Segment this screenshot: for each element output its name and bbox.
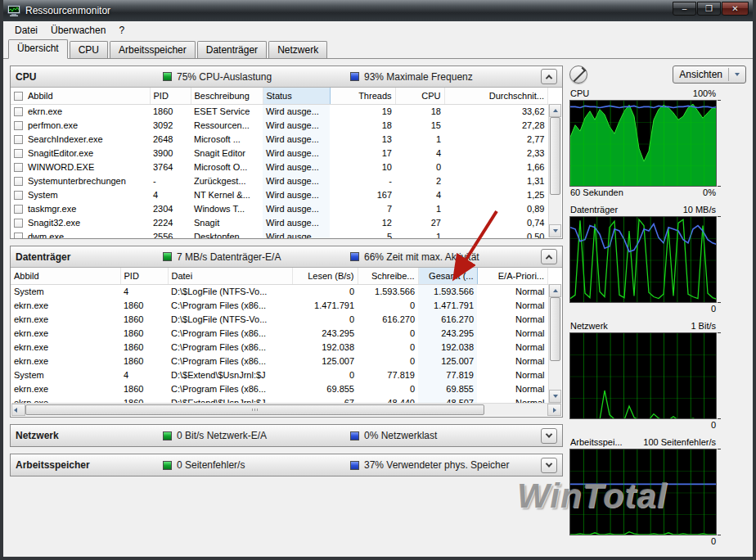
column-header-datei[interactable]: Datei bbox=[168, 268, 292, 284]
column-header-label: PID bbox=[124, 271, 139, 281]
scroll-down-button[interactable] bbox=[549, 224, 561, 237]
table-row[interactable]: perfmon.exe3092Ressourcen...Wird ausge..… bbox=[11, 118, 548, 132]
cell-text: Wird ausge... bbox=[266, 148, 319, 158]
table-row[interactable]: dwm.exe2556Desktopfen...Wird ausge...510… bbox=[11, 229, 548, 238]
tab-datentrager[interactable]: Datenträger bbox=[197, 41, 267, 58]
panel-title: Netzwerk bbox=[16, 430, 163, 441]
disk-table-horizontal-scrollbar[interactable] bbox=[11, 403, 561, 416]
minimize-button[interactable]: – bbox=[673, 2, 696, 16]
column-header-lesen-b-s[interactable]: Lesen (B/s) bbox=[292, 268, 358, 284]
process-checkbox[interactable] bbox=[14, 163, 23, 172]
table-row[interactable]: Systemunterbrechungen-Zurückgest...Wird … bbox=[11, 174, 548, 187]
column-header-abbild[interactable]: Abbild bbox=[11, 268, 120, 284]
table-row[interactable]: SearchIndexer.exe2648Microsoft ...Wird a… bbox=[11, 132, 548, 146]
column-header-schreibe[interactable]: Schreibe... bbox=[358, 268, 418, 284]
cpu-panel-header[interactable]: CPU 75% CPU-Auslastung 93% Maximale Freq… bbox=[11, 66, 562, 88]
tab-strip: ÜbersichtCPUArbeitsspeicherDatenträgerNe… bbox=[3, 39, 753, 59]
column-header-durchschnit[interactable]: Durchschnit... bbox=[444, 88, 548, 104]
process-checkbox[interactable] bbox=[14, 191, 23, 200]
menu-item-uberwachen[interactable]: Überwachen bbox=[44, 23, 112, 38]
tab-arbeitsspeicher[interactable]: Arbeitsspeicher bbox=[110, 41, 196, 58]
column-header-status[interactable]: Status bbox=[263, 88, 330, 104]
network-panel-header[interactable]: Netzwerk 0 Bit/s Netzwerk-E/A 0% Netzwer… bbox=[11, 425, 562, 446]
app-icon[interactable] bbox=[7, 5, 20, 16]
column-header-threads[interactable]: Threads bbox=[330, 88, 395, 104]
process-checkbox[interactable] bbox=[14, 233, 23, 239]
column-header-cpu[interactable]: CPU bbox=[395, 88, 444, 104]
table-row[interactable]: ekrn.exe1860D:\$LogFile (NTFS-Vo...0616.… bbox=[11, 312, 548, 326]
column-header-pid[interactable]: PID bbox=[120, 268, 168, 284]
table-row[interactable]: taskmgr.exe2304Windows T...Wird ausge...… bbox=[11, 201, 548, 215]
process-checkbox[interactable] bbox=[14, 205, 23, 214]
cell: C:\Program Files (x86... bbox=[168, 298, 292, 312]
column-header-abbild[interactable]: Abbild bbox=[11, 88, 150, 104]
collapse-graphs-button[interactable] bbox=[569, 65, 587, 84]
table-row[interactable]: ekrn.exe1860C:\Program Files (x86...1.47… bbox=[11, 298, 548, 312]
graph-scale-label: 0% bbox=[703, 187, 716, 197]
table-row[interactable]: ekrn.exe1860ESET ServiceWird ausge...191… bbox=[11, 104, 548, 118]
cell: 0,50 bbox=[444, 229, 548, 238]
collapse-cpu-panel-button[interactable] bbox=[541, 69, 557, 84]
expand-memory-panel-button[interactable] bbox=[541, 458, 557, 473]
collapse-disk-panel-button[interactable] bbox=[541, 249, 557, 264]
cell: 1,66 bbox=[444, 160, 548, 174]
process-checkbox[interactable] bbox=[14, 121, 23, 130]
overview-content: CPU 75% CPU-Auslastung 93% Maximale Freq… bbox=[3, 59, 753, 559]
column-header-gesamt[interactable]: Gesamt (... bbox=[418, 268, 477, 284]
scroll-down-button[interactable] bbox=[549, 390, 561, 403]
close-button[interactable]: ✕ bbox=[722, 2, 749, 16]
table-row[interactable]: System4D:\$Extend\$UsnJrnl:$J077.81977.8… bbox=[11, 368, 548, 382]
table-row[interactable]: ekrn.exe1860C:\Program Files (x86...243.… bbox=[11, 326, 548, 340]
tab-netzwerk[interactable]: Netzwerk bbox=[268, 41, 327, 58]
menu-item-datei[interactable]: Datei bbox=[8, 23, 44, 38]
expand-network-panel-button[interactable] bbox=[541, 428, 557, 444]
scrollbar-track[interactable] bbox=[25, 404, 547, 416]
scroll-up-button[interactable] bbox=[549, 284, 561, 297]
table-row[interactable]: ekrn.exe1860C:\Program Files (x86...192.… bbox=[11, 340, 548, 354]
network-graph-block: Netzwerk 1 Bit/s 0 bbox=[569, 320, 746, 431]
cell-text: ekrn.exe bbox=[14, 342, 48, 352]
cpu-table-scrollbar[interactable] bbox=[548, 104, 561, 237]
table-row[interactable]: SnagitEditor.exe3900Snagit EditorWird au… bbox=[11, 146, 548, 160]
disk-table-scrollbar[interactable] bbox=[548, 284, 561, 403]
column-header-e-a-priori[interactable]: E/A-Priori... bbox=[477, 268, 548, 284]
cell: Normal bbox=[477, 382, 548, 395]
scrollbar-thumb[interactable] bbox=[550, 297, 560, 361]
cell-text: ekrn.exe bbox=[14, 328, 48, 338]
column-header-pid[interactable]: PID bbox=[150, 88, 191, 104]
process-checkbox[interactable] bbox=[14, 107, 23, 116]
menu-item-item[interactable]: ? bbox=[112, 23, 131, 38]
scrollbar-thumb[interactable] bbox=[25, 404, 484, 415]
cpu-process-table: AbbildPIDBeschreibungStatusThreadsCPUDur… bbox=[11, 88, 548, 238]
cell: C:\Program Files (x86... bbox=[168, 326, 292, 340]
cell: 3764 bbox=[150, 160, 191, 174]
maximize-button[interactable]: ❐ bbox=[697, 2, 721, 16]
scroll-left-button[interactable] bbox=[11, 404, 25, 416]
process-checkbox[interactable] bbox=[14, 149, 23, 158]
table-row[interactable]: ekrn.exe1860C:\Program Files (x86...125.… bbox=[11, 354, 548, 368]
cell-text: 27,28 bbox=[522, 120, 545, 130]
tab-ubersicht[interactable]: Übersicht bbox=[8, 39, 68, 59]
cell: 0 bbox=[292, 312, 358, 326]
graph-scale-label: 1 Bit/s bbox=[691, 321, 716, 331]
cell-text: WINWORD.EXE bbox=[28, 162, 94, 172]
cell-text: 0 bbox=[410, 328, 415, 338]
table-row[interactable]: ekrn.exe1860C:\Program Files (x86...69.8… bbox=[11, 382, 548, 395]
process-checkbox[interactable] bbox=[14, 177, 23, 186]
column-header-beschreibung[interactable]: Beschreibung bbox=[191, 88, 263, 104]
scroll-up-button[interactable] bbox=[549, 104, 561, 117]
table-row[interactable]: WINWORD.EXE3764Microsoft O...Wird ausge.… bbox=[11, 160, 548, 174]
tab-cpu[interactable]: CPU bbox=[70, 41, 108, 58]
table-row[interactable]: System4D:\$LogFile (NTFS-Vo...01.593.566… bbox=[11, 284, 548, 298]
disk-panel-header[interactable]: Datenträger 7 MB/s Datenträger-E/A 66% Z… bbox=[11, 246, 562, 268]
cell-text: 616.270 bbox=[441, 314, 474, 324]
views-dropdown-button[interactable]: Ansichten bbox=[673, 65, 746, 84]
scrollbar-thumb[interactable] bbox=[550, 117, 560, 195]
select-all-checkbox[interactable] bbox=[14, 92, 23, 101]
process-checkbox[interactable] bbox=[14, 219, 23, 228]
memory-panel-header[interactable]: Arbeitsspeicher 0 Seitenfehler/s 37% Ver… bbox=[11, 454, 562, 476]
process-checkbox[interactable] bbox=[14, 135, 23, 144]
table-row[interactable]: System4NT Kernel &...Wird ausge...16741,… bbox=[11, 187, 548, 201]
scroll-right-button[interactable] bbox=[547, 404, 561, 416]
table-row[interactable]: Snagit32.exe2224SnagitWird ausge...12270… bbox=[11, 215, 548, 229]
